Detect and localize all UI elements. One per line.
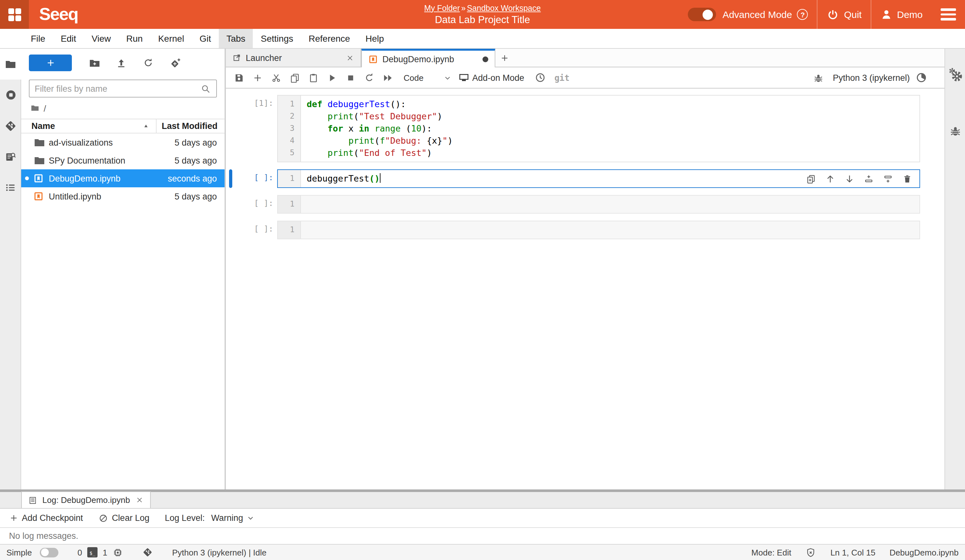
app-launcher-button[interactable] [0,0,29,29]
code-area[interactable] [301,221,919,238]
tab-launcher[interactable]: Launcher [226,49,361,67]
column-header-modified[interactable]: Last Modified [157,121,224,131]
menu-item-reference[interactable]: Reference [301,29,358,48]
user-menu[interactable]: Demo [871,0,932,29]
cell-type-dropdown[interactable]: Code [404,73,452,82]
git-icon[interactable] [0,110,21,141]
terminals-count[interactable]: 0 [78,547,82,557]
file-browser-icon[interactable] [0,49,21,80]
cell-editor[interactable]: 12345def debuggerTest(): print("Test Deb… [277,95,920,162]
running-sessions-icon[interactable] [0,80,21,110]
log-level-dropdown[interactable]: Warning [211,513,255,523]
move-cell-up-icon[interactable] [823,172,838,186]
delete-cell-icon[interactable] [900,172,915,186]
kernel-name-button[interactable]: Python 3 (ipykernel) [833,73,910,82]
property-inspector-icon[interactable] [947,67,963,82]
debugger-icon[interactable] [949,124,962,137]
add-checkpoint-button[interactable]: Add Checkpoint [9,513,83,523]
notebook-cell[interactable]: [ ]:1 [226,195,944,214]
refresh-icon[interactable] [135,53,162,72]
trust-shield-icon[interactable] [805,547,816,558]
left-activity-bar [0,49,21,490]
duplicate-cell-icon[interactable] [803,172,819,186]
menu-item-help[interactable]: Help [358,29,392,48]
move-cell-down-icon[interactable] [842,172,857,186]
simple-mode-label: Simple [7,547,32,557]
paste-icon[interactable] [304,69,323,87]
breadcrumb-link-my-folder[interactable]: My Folder [424,3,460,13]
column-header-name[interactable]: Name [21,121,156,131]
seeq-logo: Seeq [39,5,78,24]
menu-item-file[interactable]: File [23,29,53,48]
advanced-mode-toggle[interactable] [688,8,716,21]
menu-item-view[interactable]: View [84,29,118,48]
simple-mode-toggle[interactable] [40,547,58,557]
cursor-position[interactable]: Ln 1, Col 15 [830,547,875,557]
notebook-cell[interactable]: [ ]:1 [226,220,944,239]
code-area[interactable] [301,196,919,213]
insert-cell-below-icon[interactable] [880,172,896,186]
file-name: Untitled.ipynb [49,191,175,201]
file-browser-breadcrumb[interactable]: / [21,98,224,119]
inspector-icon[interactable] [0,141,21,172]
menu-item-kernel[interactable]: Kernel [150,29,192,48]
power-icon [827,8,839,21]
run-icon[interactable] [323,69,341,87]
menu-item-run[interactable]: Run [119,29,150,48]
tab-debugdemo[interactable]: DebugDemo.ipynb [361,49,496,67]
add-cell-icon[interactable] [248,69,267,87]
cell-editor[interactable]: 1 [277,195,920,214]
menu-item-tabs[interactable]: Tabs [219,29,253,48]
upload-icon[interactable] [108,53,135,72]
menu-item-git[interactable]: Git [192,29,219,48]
quit-button[interactable]: Quit [818,0,871,29]
cell-collapser[interactable] [229,169,232,188]
code-area[interactable]: def debuggerTest(): print("Test Debugger… [301,96,919,162]
kernel-status-icon[interactable] [916,72,926,83]
git-toolbar-label[interactable]: git [554,73,569,82]
breadcrumb-link-workspace[interactable]: Sandbox Workspace [467,3,541,13]
new-folder-icon[interactable] [81,53,108,72]
active-filename[interactable]: DebugDemo.ipynb [890,547,958,557]
clear-log-button[interactable]: Clear Log [98,513,149,523]
notebook-toolbar: Code Add-on Mode git [226,67,944,88]
file-browser-panel: / Name Last Modified ad-visualizations5 … [21,49,226,490]
file-row[interactable]: DebugDemo.ipynbseconds ago [21,169,224,187]
file-row[interactable]: Untitled.ipynb5 days ago [21,187,224,205]
kernel-status-text[interactable]: Python 3 (ipykernel) | Idle [172,547,266,557]
cell-editor[interactable]: 1 [277,220,920,239]
insert-cell-above-icon[interactable] [861,172,877,186]
debugger-bug-icon[interactable] [809,69,828,87]
stop-icon[interactable] [341,69,360,87]
git-clone-icon[interactable] [162,53,189,72]
unsaved-changes-icon[interactable] [483,56,488,62]
log-panel-tab[interactable]: Log: DebugDemo.ipynb [21,491,150,508]
notebook-cell[interactable]: [ ]:1debuggerTest() [226,169,944,188]
menu-item-edit[interactable]: Edit [53,29,84,48]
run-all-icon[interactable] [379,69,397,87]
menu-item-settings[interactable]: Settings [253,29,301,48]
help-icon[interactable]: ? [797,9,808,20]
close-tab-icon[interactable] [346,54,354,62]
checkpoint-clock-icon[interactable] [531,69,549,87]
filter-files-input[interactable] [34,84,200,93]
hamburger-menu-icon[interactable] [940,9,956,21]
close-log-icon[interactable] [135,496,143,504]
new-launcher-button[interactable] [29,54,72,71]
save-icon[interactable] [230,69,248,87]
filter-files-box [29,80,217,98]
mode-indicator[interactable]: Mode: Edit [751,547,791,557]
file-row[interactable]: ad-visualizations5 days ago [21,134,224,151]
git-status-icon[interactable] [142,547,153,557]
copy-icon[interactable] [286,69,304,87]
cut-icon[interactable] [267,69,286,87]
log-icon [28,496,37,504]
kernels-count[interactable]: 1 [103,547,107,557]
notebook-cell[interactable]: [1]:12345def debuggerTest(): print("Test… [226,95,944,162]
file-name: DebugDemo.ipynb [49,173,168,183]
addon-mode-button[interactable]: Add-on Mode [458,72,524,83]
restart-kernel-icon[interactable] [360,69,379,87]
file-row[interactable]: SPy Documentation5 days ago [21,151,224,169]
new-tab-button[interactable] [496,49,513,67]
table-of-contents-icon[interactable] [0,172,21,203]
